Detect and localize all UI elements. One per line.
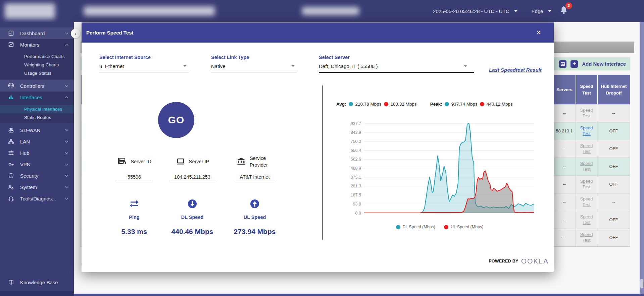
speedtest-chart: 937.7843.9750.2656.4562.6468.9375.1281.3… (342, 121, 537, 216)
speed-test-cell: Speed Test (576, 104, 597, 122)
sidebar-item-hub[interactable]: Hub (0, 147, 74, 159)
chevron-down-icon (65, 196, 68, 199)
notifications-button[interactable]: 2 (559, 5, 569, 17)
sidebar-collapse-button[interactable]: ‹ (71, 29, 80, 38)
close-icon[interactable]: × (536, 28, 541, 37)
page-scrollbar[interactable] (640, 22, 644, 294)
add-interface-plus-button[interactable]: + (571, 60, 578, 68)
ul-dot-icon (480, 102, 484, 106)
speed-test-link[interactable]: Speed Test (580, 161, 594, 172)
export-view-button[interactable] (559, 60, 566, 68)
dl-dot-icon (349, 102, 353, 106)
svg-text:281.3: 281.3 (351, 184, 361, 188)
sidebar-item-controllers[interactable]: Controllers (0, 80, 74, 92)
service-provider-value: AT&T Internet (235, 174, 275, 182)
sidebar-item-dashboard[interactable]: Dashboard (0, 27, 74, 39)
sidebar-item-monitors[interactable]: Monitors (0, 39, 74, 50)
system-icon (8, 184, 14, 190)
peak-label: Peak: (430, 102, 442, 107)
redacted-text (302, 7, 359, 15)
sidebar-item-lan[interactable]: LAN (0, 136, 74, 147)
hub-dropoff-cell: -- (597, 104, 630, 122)
top-bar: 2025-05-20 05:46:28 - UTC - UTC Edge 2 (0, 0, 644, 22)
internet-source-value: u_Ethernet (99, 63, 124, 69)
ul-speed-label: UL Speed (218, 215, 292, 220)
hub-dropoff-cell: OFF (597, 211, 630, 229)
sidebar-subitem-static-routes[interactable]: Static Routes (0, 113, 74, 122)
server-ip-label: Server IP (189, 158, 209, 165)
redacted-text (84, 6, 215, 16)
speed-test-link[interactable]: Speed Test (580, 143, 594, 155)
speed-test-cell: Speed Test (576, 193, 597, 211)
speed-test-cell: Speed Test (576, 211, 597, 229)
speed-test-link[interactable]: Speed Test (580, 125, 594, 137)
edge-selector[interactable]: Edge (532, 8, 543, 14)
sidebar-subitem-weighting-charts[interactable]: Weighting Charts (0, 61, 74, 69)
servers-cell: -- (553, 175, 576, 193)
speed-test-link[interactable]: Speed Test (580, 196, 594, 208)
edge-caret-icon[interactable] (548, 10, 551, 12)
perform-speed-test-modal: Perform Speed Test × Select Internet Sou… (82, 22, 554, 272)
timezone-caret-icon[interactable] (514, 10, 517, 12)
powered-by-label: POWERED BY (489, 259, 518, 263)
sidebar-item-vpn[interactable]: VPN (0, 159, 74, 170)
link-type-select[interactable]: Select Link Type Native (211, 55, 297, 72)
sidebar-item-tools-diagnos-[interactable]: Tools/Diagnos... (0, 193, 74, 204)
panel-divider (322, 85, 323, 240)
legend-item: DL Speed (Mbps) (396, 225, 436, 229)
scrollbar-thumb[interactable] (640, 279, 643, 288)
speed-test-cell: Speed Test (576, 122, 597, 140)
dl-dot-icon (445, 102, 449, 106)
tools-icon (8, 195, 14, 201)
sidebar-item-sd-wan[interactable]: SD-WAN (0, 124, 74, 136)
app-logo (5, 3, 55, 19)
server-id-label: Server ID (131, 158, 151, 165)
sidebar-nav: DashboardMonitorsPerformance ChartsWeigh… (0, 22, 74, 296)
internet-source-label: Select Internet Source (99, 55, 189, 60)
sidebar-item-knowledge-base[interactable]: Knowledge Base (0, 277, 74, 288)
peak-dl-value: 937.74 Mbps (451, 102, 478, 107)
column-header-speed-test: Speed Test (576, 75, 597, 104)
servers-cell: -- (553, 158, 576, 175)
speed-test-link[interactable]: Speed Test (580, 179, 594, 190)
chevron-up-icon (65, 44, 68, 47)
go-button[interactable]: GO (158, 102, 194, 138)
download-circle-icon (187, 199, 197, 209)
image-icon (560, 62, 565, 66)
speed-test-cell: Speed Test (576, 229, 597, 246)
sidebar-item-security[interactable]: Security (0, 170, 74, 181)
svg-text:187.5: 187.5 (351, 193, 361, 197)
chevron-down-icon[interactable] (291, 65, 295, 67)
speed-test-link[interactable]: Speed Test (580, 214, 594, 226)
avg-ul-value: 103.32 Mbps (391, 102, 417, 107)
hub-dropoff-cell: OFF (597, 140, 630, 158)
chevron-down-icon[interactable] (183, 65, 187, 67)
chevron-down-icon[interactable] (464, 65, 467, 67)
last-speedtest-result-link[interactable]: Last Speedtest Result (489, 67, 542, 73)
chevron-down-icon (65, 151, 68, 154)
speed-test-link[interactable]: Speed Test (580, 108, 594, 119)
sidebar-item-system[interactable]: System (0, 181, 74, 193)
controllers-icon (8, 83, 14, 89)
internet-source-select[interactable]: Select Internet Source u_Ethernet (99, 55, 189, 72)
ookla-logo: OOKLA (521, 257, 549, 265)
sidebar-subitem-performance-charts[interactable]: Performance Charts (0, 52, 74, 61)
hub-dropoff-cell: OFF (597, 158, 630, 175)
svg-text:468.9: 468.9 (351, 166, 361, 171)
add-new-interface-button[interactable]: Add New Interface (582, 61, 626, 67)
peak-ul-value: 440.12 Mbps (487, 102, 513, 107)
plus-icon: + (573, 60, 576, 67)
hub-dropoff-cell: -- (597, 193, 630, 211)
svg-text:93.8: 93.8 (353, 202, 361, 206)
service-provider-label: Service Provider (250, 155, 273, 169)
avg-dl-value: 210.78 Mbps (355, 102, 382, 107)
servers-cell: -- (553, 104, 576, 122)
sidebar-subitem-usage-status[interactable]: Usage Status (0, 69, 74, 77)
server-select[interactable]: Select Server Deft, Chicago, IL ( 55506 … (319, 55, 474, 73)
speed-test-link[interactable]: Speed Test (580, 232, 594, 243)
svg-text:750.2: 750.2 (351, 139, 361, 144)
sidebar-subitem-physical-interfaces[interactable]: Physical Interfaces (0, 105, 74, 113)
sidebar-item-interfaces[interactable]: Interfaces (0, 92, 74, 103)
avg-label: Avg: (336, 102, 346, 107)
timestamp: 2025-05-20 05:46:28 - UTC - UTC (433, 8, 509, 14)
